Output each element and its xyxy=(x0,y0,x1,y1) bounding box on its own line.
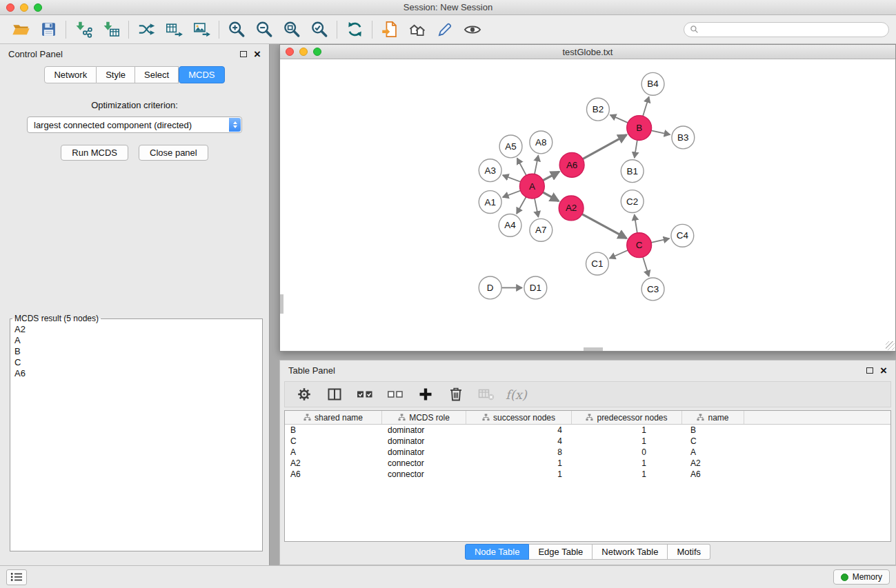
network-node-C2[interactable]: C2 xyxy=(621,190,644,213)
table-cell[interactable]: 1 xyxy=(572,436,682,447)
column-header-predecessor-nodes[interactable]: predecessor nodes xyxy=(572,411,682,424)
import-table-button[interactable] xyxy=(97,18,125,41)
resize-grip[interactable] xyxy=(886,341,895,350)
close-panel-button[interactable]: Close panel xyxy=(139,145,208,161)
select-all-rows-button[interactable] xyxy=(354,383,376,405)
network-node-B3[interactable]: B3 xyxy=(672,126,695,149)
network-edge-C-C2[interactable] xyxy=(635,214,637,233)
result-item[interactable]: A6 xyxy=(14,368,258,379)
network-edge-C-C1[interactable] xyxy=(610,250,628,258)
network-node-B1[interactable]: B1 xyxy=(621,160,644,183)
close-network-window-button[interactable] xyxy=(286,48,294,56)
vertical-scrollbar-stub[interactable] xyxy=(280,294,283,314)
network-edge-A-A4[interactable] xyxy=(517,197,526,214)
network-edge-A2-C[interactable] xyxy=(582,214,626,239)
column-header-name[interactable]: name xyxy=(682,411,744,424)
delete-columns-button[interactable] xyxy=(445,383,467,405)
table-cell[interactable]: A xyxy=(285,447,382,458)
close-table-panel-icon[interactable]: × xyxy=(880,365,887,376)
network-node-A8[interactable]: A8 xyxy=(530,131,552,154)
network-node-A5[interactable]: A5 xyxy=(499,135,522,158)
tab-select[interactable]: Select xyxy=(135,66,179,83)
table-row[interactable]: Cdominator41C xyxy=(285,436,890,447)
network-node-B4[interactable]: B4 xyxy=(641,72,664,95)
float-panel-icon[interactable] xyxy=(240,51,247,57)
table-cell[interactable]: dominator xyxy=(382,447,466,458)
network-node-A6[interactable]: A6 xyxy=(559,152,584,177)
close-panel-icon[interactable]: × xyxy=(254,48,261,60)
network-node-A3[interactable]: A3 xyxy=(479,159,501,182)
network-edge-A-A7[interactable] xyxy=(535,199,538,217)
tab-node-table[interactable]: Node Table xyxy=(465,544,530,560)
table-cell[interactable]: 0 xyxy=(572,447,682,458)
memory-button[interactable]: Memory xyxy=(833,569,890,585)
table-row[interactable]: Bdominator41B xyxy=(285,425,890,436)
zoom-window-button[interactable] xyxy=(34,3,42,12)
table-cell[interactable]: 1 xyxy=(466,458,572,469)
result-item[interactable]: C xyxy=(14,357,258,368)
export-table-button[interactable] xyxy=(160,18,188,41)
table-cell[interactable]: A6 xyxy=(682,469,744,480)
annotations-button[interactable] xyxy=(431,18,459,41)
network-node-A7[interactable]: A7 xyxy=(530,219,552,241)
table-cell[interactable]: dominator xyxy=(382,436,466,447)
minimize-window-button[interactable] xyxy=(20,3,28,12)
save-session-button[interactable] xyxy=(34,18,62,41)
network-edge-B-B2[interactable] xyxy=(610,115,628,123)
search-box[interactable] xyxy=(684,22,889,37)
network-node-A4[interactable]: A4 xyxy=(499,214,521,236)
network-window-titlebar[interactable]: testGlobe.txt xyxy=(280,45,895,59)
network-edge-A-A5[interactable] xyxy=(517,159,526,176)
graphics-details-button[interactable] xyxy=(459,18,486,41)
table-cell[interactable]: 1 xyxy=(572,469,682,480)
table-cell[interactable]: A2 xyxy=(682,458,744,469)
table-cell[interactable]: C xyxy=(682,436,744,447)
optimization-criterion-select[interactable]: largest connected component (directed) xyxy=(27,116,242,133)
table-cell[interactable]: A xyxy=(682,447,744,458)
network-canvas-svg[interactable]: B4B2BB3A5A8A6A3B1AA1C2A2A4A7C4CC1DD1C3 xyxy=(280,60,895,351)
search-input[interactable] xyxy=(702,25,883,34)
table-cell[interactable]: B xyxy=(682,425,744,436)
birds-eye-view-button[interactable] xyxy=(404,18,431,41)
zoom-fit-button[interactable] xyxy=(278,18,306,41)
table-cell[interactable]: A6 xyxy=(285,469,382,480)
network-edge-C-C3[interactable] xyxy=(643,257,649,276)
tab-motifs[interactable]: Motifs xyxy=(668,544,710,560)
open-session-button[interactable] xyxy=(7,18,34,41)
network-node-C[interactable]: C xyxy=(627,233,652,258)
table-row[interactable]: A2connector11A2 xyxy=(285,458,890,469)
column-visibility-button[interactable] xyxy=(323,383,346,405)
minimize-network-window-button[interactable] xyxy=(299,48,308,56)
result-item[interactable]: A xyxy=(14,335,258,346)
run-mcds-button[interactable]: Run MCDS xyxy=(61,145,128,161)
network-edge-A-A8[interactable] xyxy=(535,155,538,174)
table-cell[interactable]: 8 xyxy=(466,447,572,458)
table-cell[interactable]: B xyxy=(285,425,382,436)
close-window-button[interactable] xyxy=(6,3,14,12)
network-node-D1[interactable]: D1 xyxy=(524,276,547,299)
table-cell[interactable]: connector xyxy=(382,458,466,469)
new-network-button[interactable] xyxy=(132,18,160,41)
network-node-A1[interactable]: A1 xyxy=(479,191,501,214)
table-cell[interactable]: 1 xyxy=(466,469,572,480)
horizontal-scrollbar-stub[interactable] xyxy=(584,347,603,351)
delete-table-button[interactable] xyxy=(475,383,497,405)
tab-network-table[interactable]: Network Table xyxy=(593,544,668,560)
task-history-button[interactable] xyxy=(6,569,27,585)
refresh-layout-button[interactable] xyxy=(341,18,368,41)
network-edge-A6-B[interactable] xyxy=(583,135,626,159)
table-row[interactable]: A6connector11A6 xyxy=(285,469,890,480)
network-edge-A-A6[interactable] xyxy=(543,172,559,181)
unselect-all-rows-button[interactable] xyxy=(384,383,406,405)
network-node-C4[interactable]: C4 xyxy=(671,224,694,247)
table-cell[interactable]: 1 xyxy=(572,425,682,436)
table-cell[interactable]: A2 xyxy=(285,458,382,469)
network-edge-B-B4[interactable] xyxy=(643,97,649,116)
first-neighbors-button[interactable] xyxy=(376,18,404,41)
table-cell[interactable]: C xyxy=(285,436,382,447)
zoom-out-button[interactable] xyxy=(250,18,278,41)
network-canvas[interactable]: B4B2BB3A5A8A6A3B1AA1C2A2A4A7C4CC1DD1C3 xyxy=(280,60,895,351)
function-builder-button[interactable]: f(x) xyxy=(506,383,527,405)
table-cell[interactable]: 4 xyxy=(466,425,572,436)
column-header-successor-nodes[interactable]: successor nodes xyxy=(466,411,572,424)
